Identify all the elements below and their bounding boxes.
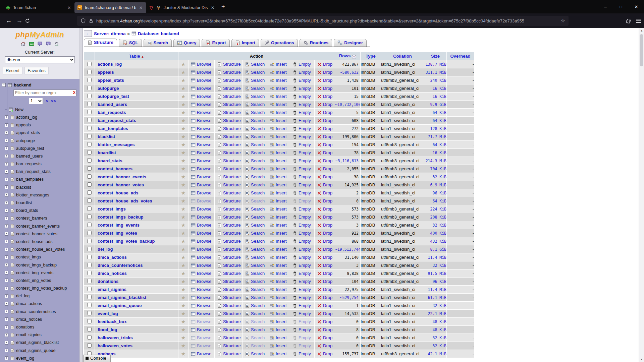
- row-checkbox[interactable]: [87, 247, 92, 251]
- structure-link[interactable]: Structure: [215, 182, 242, 187]
- search-link[interactable]: Search: [243, 295, 267, 300]
- search-link[interactable]: Search: [243, 223, 267, 228]
- structure-link[interactable]: Structure: [215, 319, 242, 324]
- tree-table-appeal_stats[interactable]: + appeal_stats: [0, 129, 79, 137]
- tab-sql[interactable]: SQLSQL: [119, 39, 142, 47]
- row-checkbox[interactable]: [87, 166, 92, 171]
- insert-link[interactable]: Insert: [267, 198, 290, 203]
- table-name-link[interactable]: halloween_votes: [95, 343, 178, 348]
- expand-icon[interactable]: +: [5, 263, 8, 267]
- search-link[interactable]: Search: [243, 166, 267, 171]
- favorite-star-icon[interactable]: ★: [178, 221, 189, 229]
- search-link[interactable]: Search: [243, 287, 267, 292]
- insert-link[interactable]: Insert: [267, 174, 290, 179]
- browse-link[interactable]: Browse: [189, 206, 214, 212]
- row-checkbox[interactable]: [87, 319, 92, 323]
- tree-table-actions_log[interactable]: + actions_log: [0, 113, 79, 121]
- new-tab-button[interactable]: +: [221, 3, 225, 10]
- tree-table-ban_requests[interactable]: + ban_requests: [0, 160, 79, 168]
- drop-link[interactable]: Drop: [315, 166, 335, 171]
- scroll-up-icon[interactable]: ▲: [639, 29, 644, 32]
- drop-link[interactable]: Drop: [315, 102, 335, 107]
- insert-link[interactable]: Insert: [267, 62, 290, 67]
- console-toggle[interactable]: Console: [83, 355, 111, 362]
- browse-link[interactable]: Browse: [189, 94, 214, 99]
- structure-link[interactable]: Structure: [215, 142, 242, 147]
- expand-icon[interactable]: +: [5, 279, 8, 282]
- row-checkbox[interactable]: [87, 263, 92, 267]
- table-name-link[interactable]: contest_banners: [95, 166, 178, 171]
- favorite-star-icon[interactable]: ★: [178, 173, 189, 181]
- empty-link[interactable]: Empty: [290, 351, 314, 356]
- expand-icon[interactable]: +: [5, 146, 8, 150]
- server-select[interactable]: db-ena: [5, 56, 75, 63]
- search-link[interactable]: Search: [243, 247, 267, 252]
- drop-link[interactable]: Drop: [315, 134, 335, 139]
- row-checkbox[interactable]: [87, 271, 92, 275]
- structure-link[interactable]: Structure: [215, 62, 242, 67]
- empty-link[interactable]: Empty: [290, 174, 314, 179]
- back-button[interactable]: ←: [3, 17, 14, 24]
- insert-link[interactable]: Insert: [267, 239, 290, 244]
- tree-table-boardlist[interactable]: + boardlist: [0, 199, 79, 206]
- search-link[interactable]: Search: [243, 94, 267, 99]
- row-checkbox[interactable]: [87, 190, 92, 195]
- tree-table-contest_img_votes_backup[interactable]: + contest_img_votes_backup: [0, 285, 79, 292]
- browse-link[interactable]: Browse: [189, 142, 214, 147]
- empty-link[interactable]: Empty: [290, 343, 314, 348]
- row-checkbox[interactable]: [87, 126, 92, 130]
- search-link[interactable]: Search: [243, 327, 267, 332]
- row-checkbox[interactable]: [87, 223, 92, 227]
- browse-link[interactable]: Browse: [189, 263, 214, 268]
- expand-icon[interactable]: +: [5, 115, 8, 119]
- table-name-link[interactable]: feedback_box: [95, 319, 178, 324]
- empty-link[interactable]: Empty: [290, 327, 314, 332]
- search-link[interactable]: Search: [243, 70, 267, 75]
- drop-link[interactable]: Drop: [315, 182, 335, 187]
- favorite-star-icon[interactable]: ★: [178, 294, 189, 302]
- table-name-link[interactable]: autopurge: [95, 86, 178, 91]
- drop-link[interactable]: Drop: [315, 223, 335, 228]
- browse-link[interactable]: Browse: [189, 231, 214, 236]
- table-name-link[interactable]: contest_imgs_backup: [95, 215, 178, 220]
- browse-link[interactable]: Browse: [189, 287, 214, 292]
- empty-link[interactable]: Empty: [290, 311, 314, 316]
- insert-link[interactable]: Insert: [267, 263, 290, 268]
- expand-icon[interactable]: +: [5, 294, 8, 298]
- favorite-star-icon[interactable]: ★: [178, 133, 189, 141]
- structure-link[interactable]: Structure: [215, 311, 242, 316]
- search-link[interactable]: Search: [243, 78, 267, 83]
- tab-routines[interactable]: Routines: [300, 39, 332, 47]
- table-name-link[interactable]: contest_img_events: [95, 223, 178, 228]
- browse-link[interactable]: Browse: [189, 126, 214, 131]
- tree-table-del_log[interactable]: + del_log: [0, 292, 79, 300]
- expand-icon[interactable]: +: [5, 193, 8, 197]
- tab-search[interactable]: Search: [144, 39, 172, 47]
- nav-back-arrow[interactable]: ←: [84, 30, 92, 37]
- row-checkbox[interactable]: [87, 327, 92, 331]
- clear-filter-icon[interactable]: X: [73, 90, 75, 95]
- drop-link[interactable]: Drop: [315, 142, 335, 147]
- search-link[interactable]: Search: [243, 335, 267, 340]
- browse-link[interactable]: Browse: [189, 198, 214, 203]
- favorite-star-icon[interactable]: ★: [178, 197, 189, 205]
- row-checkbox[interactable]: [87, 142, 92, 146]
- expand-icon[interactable]: +: [5, 123, 8, 127]
- header-size[interactable]: Size: [424, 52, 447, 60]
- table-name-link[interactable]: ban_templates: [95, 126, 178, 131]
- row-checkbox[interactable]: [87, 215, 92, 219]
- search-link[interactable]: Search: [243, 150, 267, 155]
- browse-link[interactable]: Browse: [189, 247, 214, 252]
- browse-link[interactable]: Browse: [189, 86, 214, 91]
- drop-link[interactable]: Drop: [315, 295, 335, 300]
- favorite-star-icon[interactable]: ★: [178, 125, 189, 133]
- tree-table-contest_banners[interactable]: + contest_banners: [0, 215, 79, 222]
- table-name-link[interactable]: event_log: [95, 311, 178, 316]
- favorite-star-icon[interactable]: ★: [178, 261, 189, 269]
- table-name-link[interactable]: flood_log: [95, 327, 178, 332]
- table-name-link[interactable]: contest_img_votes: [95, 231, 178, 236]
- structure-link[interactable]: Structure: [215, 223, 242, 228]
- favorite-star-icon[interactable]: ★: [178, 334, 189, 342]
- structure-link[interactable]: Structure: [215, 86, 242, 91]
- tree-table-contest_banner_events[interactable]: + contest_banner_events: [0, 222, 79, 230]
